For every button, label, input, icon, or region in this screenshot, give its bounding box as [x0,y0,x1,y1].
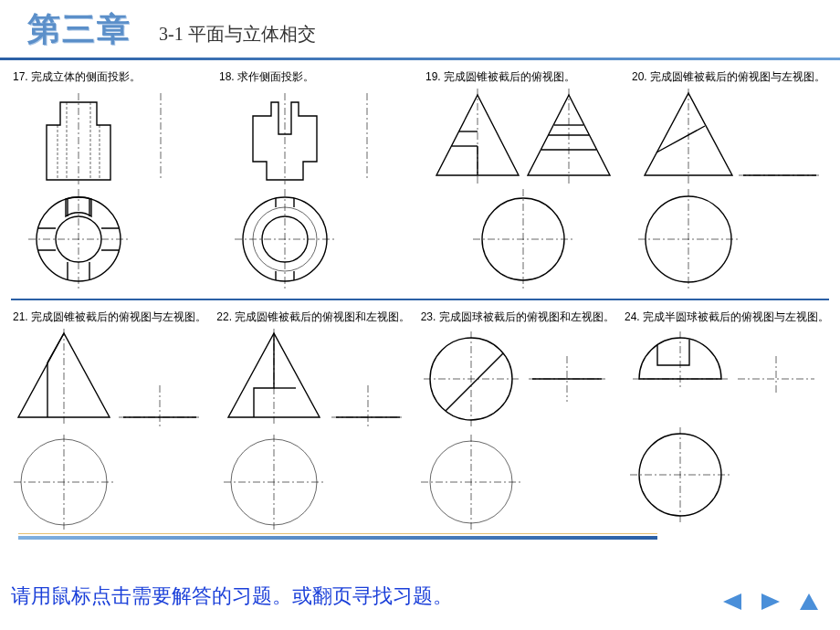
section-title: 3-1 平面与立体相交 [159,22,316,47]
problem-label: 19. 完成圆锥被截后的俯视图。 [424,69,623,85]
footer-hint: 请用鼠标点击需要解答的习题。或翻页寻找习题。 [11,583,453,610]
nav-buttons [718,590,824,614]
problem-label: 20. 完成圆锥被截后的俯视图与左视图。 [630,69,829,85]
problem-label: 18. 求作侧面投影。 [217,69,416,85]
problem-label: 24. 完成半圆球被截后的俯视图与左视图。 [623,310,829,325]
nav-next-button[interactable] [756,590,785,614]
page-header: 第三章 3-1 平面与立体相交 [0,0,840,56]
divider-bottom-2 [18,536,657,540]
problem-22[interactable]: 22. 完成圆锥被截后的俯视图和左视图。 [215,310,411,530]
problems-row-1: 17. 完成立体的侧面投影。 [0,66,840,293]
problem-17-figure [19,89,202,289]
problems-row-2: 21. 完成圆锥被截后的俯视图与左视图。 22. 完成圆锥被截后 [0,306,840,533]
problem-17[interactable]: 17. 完成立体的侧面投影。 [11,69,210,289]
triangle-left-icon [719,592,745,612]
divider-bottom-1 [18,533,657,534]
nav-prev-button[interactable] [718,590,747,614]
problem-19-figure [427,89,619,289]
problem-19[interactable]: 19. 完成圆锥被截后的俯视图。 [424,69,623,289]
triangle-right-icon [758,592,783,612]
nav-home-button[interactable] [794,590,824,614]
problem-20-figure [634,89,825,289]
divider-top [0,58,840,60]
chapter-title: 第三章 [27,7,131,52]
problem-20[interactable]: 20. 完成圆锥被截后的俯视图与左视图。 [630,69,829,289]
problem-21[interactable]: 21. 完成圆锥被截后的俯视图与左视图。 [11,310,207,530]
svg-line-37 [47,333,64,362]
problem-label: 21. 完成圆锥被截后的俯视图与左视图。 [11,310,207,325]
problem-18-figure [226,89,408,289]
problem-23[interactable]: 23. 完成圆球被截后的俯视图和左视图。 [419,310,615,530]
problem-21-figure [14,329,205,530]
problem-label: 23. 完成圆球被截后的俯视图和左视图。 [419,310,615,325]
svg-line-55 [446,353,503,411]
problem-label: 17. 完成立体的侧面投影。 [11,69,210,85]
divider-mid [11,299,829,300]
problem-24[interactable]: 24. 完成半圆球被截后的俯视图与左视图。 [623,310,829,530]
problem-label: 22. 完成圆锥被截后的俯视图和左视图。 [215,310,411,325]
triangle-up-icon [796,592,822,612]
problem-18[interactable]: 18. 求作侧面投影。 [217,69,416,289]
problem-24-figure [630,329,822,530]
problem-22-figure [217,329,409,530]
problem-23-figure [421,329,613,530]
